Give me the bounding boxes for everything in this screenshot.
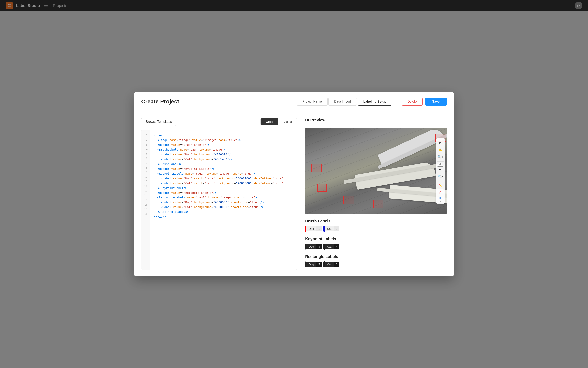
- code-content[interactable]: <View> <Image name="image" value="$image…: [150, 130, 297, 270]
- modal-title: Create Project: [141, 98, 179, 105]
- view-toggle: Code Visual: [260, 118, 297, 125]
- modal-overlay: Create Project Project Name Data Import …: [0, 0, 588, 368]
- grid-icon[interactable]: ⊞: [437, 166, 443, 172]
- create-project-modal: Create Project Project Name Data Import …: [134, 92, 454, 276]
- dog-label: Dog: [306, 226, 316, 231]
- right-panel: UI Preview: [305, 118, 447, 270]
- brush-cat-chip[interactable]: Cat 2: [323, 226, 340, 232]
- rectangle-labels-title: Rectangle Labels: [305, 254, 447, 259]
- rect-dog-label: Dog: [306, 262, 316, 267]
- panel-top-row: Browse Templates Code Visual: [141, 118, 297, 126]
- image-toolbar: ▶ ✍ 🔍+ ⊞ 🔍- ✏️ 🗑: [436, 138, 445, 204]
- rectangle-labels-section: Rectangle Labels Dog 5 Cat 6: [305, 254, 447, 267]
- image-preview-wrap: ▶ ✍ 🔍+ ⊞ 🔍- ✏️ 🗑: [305, 128, 447, 214]
- kp-cat-label: Cat: [325, 244, 334, 249]
- brush-icon[interactable]: ✏️: [437, 182, 444, 189]
- brush-labels-title: Brush Labels: [305, 219, 447, 223]
- keypoint-labels-title: Keypoint Labels: [305, 237, 447, 241]
- keypoint-cat-chip[interactable]: Cat 4: [323, 244, 340, 250]
- keypoint-dog-chip[interactable]: Dog 3: [305, 244, 322, 250]
- hand-tool-icon[interactable]: ✍: [437, 147, 444, 153]
- rect-dog-chip[interactable]: Dog 5: [305, 261, 322, 267]
- brush-dog-chip[interactable]: Dog 1: [305, 226, 322, 232]
- kp-dog-count: 3: [316, 244, 322, 249]
- kp-dog-label: Dog: [306, 244, 316, 249]
- rectangle-labels-chips: Dog 5 Cat 6: [305, 261, 447, 267]
- zoom-out-icon[interactable]: 🔍-: [437, 173, 444, 180]
- modal-actions: Delete Save: [402, 98, 447, 106]
- airport-image: ▶ ✍ 🔍+ ⊞ 🔍- ✏️ 🗑: [305, 128, 447, 214]
- brush-labels-chips: Dog 1 Cat 2: [305, 226, 447, 232]
- step-data-import[interactable]: Data Import: [328, 98, 357, 106]
- save-button[interactable]: Save: [425, 98, 447, 106]
- rect-cat-chip[interactable]: Cat 6: [323, 261, 340, 267]
- rect-cat-label: Cat: [325, 262, 334, 267]
- dog-count: 1: [316, 226, 322, 231]
- step-labeling-setup[interactable]: Labeling Setup: [358, 98, 392, 106]
- modal-body: Browse Templates Code Visual 12345678910…: [134, 111, 454, 276]
- kp-cat-count: 4: [334, 244, 340, 249]
- small-gray-dot-icon: [440, 201, 441, 202]
- bbox-6: [343, 196, 354, 204]
- bbox-4: [311, 164, 322, 172]
- rect-cat-count: 6: [334, 262, 340, 267]
- modal-header: Create Project Project Name Data Import …: [134, 92, 454, 111]
- code-editor[interactable]: 123456789101112131415161718 <View> <Imag…: [141, 130, 297, 270]
- blue-dot-icon: [439, 197, 441, 199]
- modal-steps: Project Name Data Import Labeling Setup: [297, 98, 392, 106]
- visual-view-button[interactable]: Visual: [278, 118, 297, 125]
- browse-templates-button[interactable]: Browse Templates: [141, 118, 176, 126]
- left-panel: Browse Templates Code Visual 12345678910…: [141, 118, 297, 270]
- bbox-7: [373, 200, 383, 208]
- cursor-tool-icon[interactable]: ▶: [437, 139, 444, 146]
- cat-label: Cat: [325, 226, 334, 231]
- step-project-name[interactable]: Project Name: [297, 98, 328, 106]
- rect-dog-count: 5: [316, 262, 322, 267]
- cat-count: 2: [334, 226, 340, 231]
- bbox-5: [317, 184, 327, 192]
- line-numbers: 123456789101112131415161718: [141, 130, 150, 270]
- code-view-button[interactable]: Code: [261, 118, 279, 125]
- keypoint-labels-chips: Dog 3 Cat 4: [305, 244, 447, 250]
- eraser-icon[interactable]: 🗑: [437, 189, 444, 196]
- ui-preview-title: UI Preview: [305, 118, 447, 122]
- delete-button[interactable]: Delete: [402, 98, 423, 106]
- zoom-in-icon[interactable]: 🔍+: [437, 154, 444, 160]
- keypoint-labels-section: Keypoint Labels Dog 3 Cat 4: [305, 237, 447, 250]
- gray-dot-icon: [439, 163, 441, 165]
- brush-labels-section: Brush Labels Dog 1 Cat 2: [305, 219, 447, 232]
